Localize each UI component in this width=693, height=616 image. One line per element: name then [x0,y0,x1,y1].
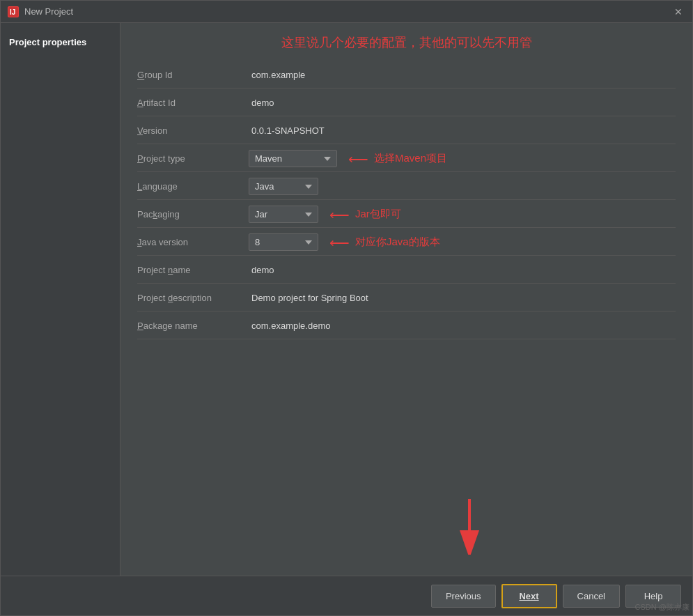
java-version-label: Java version [137,231,249,253]
project-description-label: Project description [137,287,249,309]
artifact-id-label: Artifact Id [137,92,249,114]
app-icon: IJ [8,6,19,17]
packaging-wrapper: Jar War ⟵ Jar包即可 [249,206,401,223]
arrow-right-icon-java: ⟵ [329,234,350,251]
language-label: Language [137,176,249,197]
maven-annotation: ⟵ 选择Maven项目 [348,151,447,167]
top-annotation: 这里说几个必要的配置，其他的可以先不用管 [137,34,676,51]
version-input[interactable] [249,121,676,140]
language-select[interactable]: Java Kotlin Groovy [249,178,318,195]
packaging-select[interactable]: Jar War [249,206,318,223]
package-name-input[interactable] [249,316,676,335]
title-bar-left: IJ New Project [8,6,73,17]
java-annotation: ⟵ 对应你Java的版本 [329,234,440,251]
svg-text:IJ: IJ [10,8,15,16]
project-type-wrapper: Maven Gradle - Groovy Gradle - Kotlin ⟵ … [249,150,447,167]
title-bar: IJ New Project ✕ [1,1,692,23]
next-button[interactable]: Next [501,584,557,608]
main-content: 这里说几个必要的配置，其他的可以先不用管 Group Id Artifact I… [120,23,692,576]
project-name-label: Project name [137,259,249,281]
jar-note: Jar包即可 [355,208,401,221]
dialog-footer: Previous Next Cancel Help [1,576,692,615]
watermark: CSDN @陈亦康 [635,602,690,613]
down-arrow-icon [452,499,487,555]
project-name-row: Project name [137,257,676,284]
arrow-right-icon-jar: ⟵ [329,206,350,223]
package-name-label: Package name [137,315,249,337]
cancel-button[interactable]: Cancel [563,585,620,608]
group-id-row: Group Id [137,62,676,88]
dialog-title: New Project [24,6,73,17]
jar-annotation: ⟵ Jar包即可 [329,206,401,223]
project-type-select[interactable]: Maven Gradle - Groovy Gradle - Kotlin [249,150,337,167]
package-name-row: Package name [137,313,676,339]
close-button[interactable]: ✕ [671,5,685,19]
project-description-input[interactable] [249,288,676,307]
next-arrow-container [452,499,487,555]
project-name-input[interactable] [249,261,676,279]
java-version-row: Java version 8 11 17 21 ⟵ 对应你Java的版本 [137,229,676,256]
sidebar-item-project-properties[interactable]: Project properties [9,34,111,50]
project-type-row: Project type Maven Gradle - Groovy Gradl… [137,146,676,172]
artifact-id-row: Artifact Id [137,90,676,116]
java-version-wrapper: 8 11 17 21 ⟵ 对应你Java的版本 [249,233,440,251]
previous-button[interactable]: Previous [431,585,496,608]
packaging-row: Packaging Jar War ⟵ Jar包即可 [137,201,676,228]
group-id-label: Group Id [137,64,249,86]
group-id-input[interactable] [249,66,676,84]
project-type-label: Project type [137,148,249,169]
arrow-right-icon: ⟵ [348,151,368,167]
project-description-row: Project description [137,285,676,311]
dialog-content: Project properties 这里说几个必要的配置，其他的可以先不用管 … [1,23,692,576]
version-label: Version [137,120,249,141]
language-wrapper: Java Kotlin Groovy [249,178,318,195]
java-version-select[interactable]: 8 11 17 21 [249,233,318,251]
maven-note: 选择Maven项目 [374,152,447,165]
new-project-dialog: IJ New Project ✕ Project properties 这里说几… [0,0,693,616]
sidebar: Project properties [1,23,120,576]
artifact-id-input[interactable] [249,93,676,112]
java-note: 对应你Java的版本 [355,236,440,249]
packaging-label: Packaging [137,203,249,225]
version-row: Version [137,118,676,144]
language-row: Language Java Kotlin Groovy [137,174,676,200]
